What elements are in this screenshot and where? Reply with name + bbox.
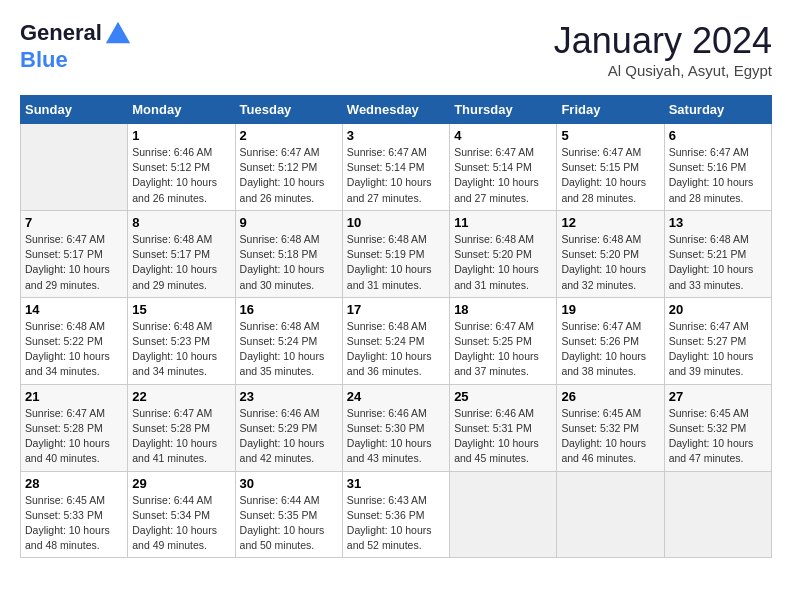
day-info: Sunrise: 6:48 AMSunset: 5:24 PMDaylight:… [347, 319, 445, 380]
day-number: 27 [669, 389, 767, 404]
weekday-header: Saturday [664, 96, 771, 124]
calendar-cell [450, 471, 557, 558]
calendar-cell [21, 124, 128, 211]
calendar-cell: 28Sunrise: 6:45 AMSunset: 5:33 PMDayligh… [21, 471, 128, 558]
calendar-cell: 19Sunrise: 6:47 AMSunset: 5:26 PMDayligh… [557, 297, 664, 384]
day-number: 8 [132, 215, 230, 230]
weekday-header: Monday [128, 96, 235, 124]
calendar-cell: 21Sunrise: 6:47 AMSunset: 5:28 PMDayligh… [21, 384, 128, 471]
day-number: 5 [561, 128, 659, 143]
weekday-header: Tuesday [235, 96, 342, 124]
day-number: 30 [240, 476, 338, 491]
calendar-week-row: 21Sunrise: 6:47 AMSunset: 5:28 PMDayligh… [21, 384, 772, 471]
calendar-table: SundayMondayTuesdayWednesdayThursdayFrid… [20, 95, 772, 558]
calendar-cell: 5Sunrise: 6:47 AMSunset: 5:15 PMDaylight… [557, 124, 664, 211]
day-info: Sunrise: 6:47 AMSunset: 5:12 PMDaylight:… [240, 145, 338, 206]
weekday-header-row: SundayMondayTuesdayWednesdayThursdayFrid… [21, 96, 772, 124]
calendar-cell: 2Sunrise: 6:47 AMSunset: 5:12 PMDaylight… [235, 124, 342, 211]
day-info: Sunrise: 6:48 AMSunset: 5:22 PMDaylight:… [25, 319, 123, 380]
calendar-cell: 8Sunrise: 6:48 AMSunset: 5:17 PMDaylight… [128, 210, 235, 297]
calendar-cell: 6Sunrise: 6:47 AMSunset: 5:16 PMDaylight… [664, 124, 771, 211]
calendar-cell: 31Sunrise: 6:43 AMSunset: 5:36 PMDayligh… [342, 471, 449, 558]
day-info: Sunrise: 6:47 AMSunset: 5:14 PMDaylight:… [454, 145, 552, 206]
day-number: 2 [240, 128, 338, 143]
day-number: 6 [669, 128, 767, 143]
month-title: January 2024 [554, 20, 772, 62]
day-info: Sunrise: 6:43 AMSunset: 5:36 PMDaylight:… [347, 493, 445, 554]
day-info: Sunrise: 6:46 AMSunset: 5:29 PMDaylight:… [240, 406, 338, 467]
calendar-cell: 20Sunrise: 6:47 AMSunset: 5:27 PMDayligh… [664, 297, 771, 384]
calendar-cell: 13Sunrise: 6:48 AMSunset: 5:21 PMDayligh… [664, 210, 771, 297]
day-info: Sunrise: 6:48 AMSunset: 5:20 PMDaylight:… [454, 232, 552, 293]
title-section: January 2024 Al Qusiyah, Asyut, Egypt [554, 20, 772, 79]
day-number: 19 [561, 302, 659, 317]
calendar-cell: 7Sunrise: 6:47 AMSunset: 5:17 PMDaylight… [21, 210, 128, 297]
day-number: 1 [132, 128, 230, 143]
calendar-cell: 29Sunrise: 6:44 AMSunset: 5:34 PMDayligh… [128, 471, 235, 558]
logo: General Blue [20, 20, 132, 72]
day-info: Sunrise: 6:47 AMSunset: 5:26 PMDaylight:… [561, 319, 659, 380]
calendar-cell: 18Sunrise: 6:47 AMSunset: 5:25 PMDayligh… [450, 297, 557, 384]
day-number: 23 [240, 389, 338, 404]
day-info: Sunrise: 6:48 AMSunset: 5:17 PMDaylight:… [132, 232, 230, 293]
page-header: General Blue January 2024 Al Qusiyah, As… [20, 20, 772, 79]
calendar-cell: 11Sunrise: 6:48 AMSunset: 5:20 PMDayligh… [450, 210, 557, 297]
day-info: Sunrise: 6:48 AMSunset: 5:24 PMDaylight:… [240, 319, 338, 380]
day-info: Sunrise: 6:45 AMSunset: 5:33 PMDaylight:… [25, 493, 123, 554]
calendar-cell: 22Sunrise: 6:47 AMSunset: 5:28 PMDayligh… [128, 384, 235, 471]
weekday-header: Thursday [450, 96, 557, 124]
day-info: Sunrise: 6:47 AMSunset: 5:25 PMDaylight:… [454, 319, 552, 380]
calendar-cell: 24Sunrise: 6:46 AMSunset: 5:30 PMDayligh… [342, 384, 449, 471]
day-info: Sunrise: 6:47 AMSunset: 5:14 PMDaylight:… [347, 145, 445, 206]
day-number: 21 [25, 389, 123, 404]
calendar-cell: 23Sunrise: 6:46 AMSunset: 5:29 PMDayligh… [235, 384, 342, 471]
calendar-cell [557, 471, 664, 558]
day-info: Sunrise: 6:45 AMSunset: 5:32 PMDaylight:… [669, 406, 767, 467]
day-info: Sunrise: 6:47 AMSunset: 5:27 PMDaylight:… [669, 319, 767, 380]
calendar-cell: 4Sunrise: 6:47 AMSunset: 5:14 PMDaylight… [450, 124, 557, 211]
calendar-cell: 9Sunrise: 6:48 AMSunset: 5:18 PMDaylight… [235, 210, 342, 297]
day-number: 13 [669, 215, 767, 230]
calendar-week-row: 14Sunrise: 6:48 AMSunset: 5:22 PMDayligh… [21, 297, 772, 384]
calendar-cell: 27Sunrise: 6:45 AMSunset: 5:32 PMDayligh… [664, 384, 771, 471]
day-number: 22 [132, 389, 230, 404]
day-number: 11 [454, 215, 552, 230]
calendar-cell: 1Sunrise: 6:46 AMSunset: 5:12 PMDaylight… [128, 124, 235, 211]
day-number: 20 [669, 302, 767, 317]
logo-icon [104, 20, 132, 48]
day-info: Sunrise: 6:44 AMSunset: 5:34 PMDaylight:… [132, 493, 230, 554]
day-number: 29 [132, 476, 230, 491]
day-info: Sunrise: 6:47 AMSunset: 5:17 PMDaylight:… [25, 232, 123, 293]
day-info: Sunrise: 6:48 AMSunset: 5:19 PMDaylight:… [347, 232, 445, 293]
weekday-header: Friday [557, 96, 664, 124]
day-number: 26 [561, 389, 659, 404]
day-info: Sunrise: 6:44 AMSunset: 5:35 PMDaylight:… [240, 493, 338, 554]
day-info: Sunrise: 6:46 AMSunset: 5:12 PMDaylight:… [132, 145, 230, 206]
logo-text: General Blue [20, 20, 132, 72]
day-number: 28 [25, 476, 123, 491]
calendar-week-row: 7Sunrise: 6:47 AMSunset: 5:17 PMDaylight… [21, 210, 772, 297]
day-info: Sunrise: 6:48 AMSunset: 5:18 PMDaylight:… [240, 232, 338, 293]
day-info: Sunrise: 6:47 AMSunset: 5:15 PMDaylight:… [561, 145, 659, 206]
day-number: 16 [240, 302, 338, 317]
day-number: 17 [347, 302, 445, 317]
calendar-cell: 16Sunrise: 6:48 AMSunset: 5:24 PMDayligh… [235, 297, 342, 384]
calendar-cell: 26Sunrise: 6:45 AMSunset: 5:32 PMDayligh… [557, 384, 664, 471]
day-number: 7 [25, 215, 123, 230]
day-info: Sunrise: 6:46 AMSunset: 5:30 PMDaylight:… [347, 406, 445, 467]
day-number: 12 [561, 215, 659, 230]
day-info: Sunrise: 6:46 AMSunset: 5:31 PMDaylight:… [454, 406, 552, 467]
location-subtitle: Al Qusiyah, Asyut, Egypt [554, 62, 772, 79]
day-info: Sunrise: 6:45 AMSunset: 5:32 PMDaylight:… [561, 406, 659, 467]
day-number: 3 [347, 128, 445, 143]
calendar-cell: 25Sunrise: 6:46 AMSunset: 5:31 PMDayligh… [450, 384, 557, 471]
day-number: 25 [454, 389, 552, 404]
calendar-week-row: 1Sunrise: 6:46 AMSunset: 5:12 PMDaylight… [21, 124, 772, 211]
day-number: 4 [454, 128, 552, 143]
day-number: 9 [240, 215, 338, 230]
day-number: 24 [347, 389, 445, 404]
calendar-cell: 15Sunrise: 6:48 AMSunset: 5:23 PMDayligh… [128, 297, 235, 384]
day-info: Sunrise: 6:47 AMSunset: 5:16 PMDaylight:… [669, 145, 767, 206]
calendar-cell [664, 471, 771, 558]
calendar-cell: 10Sunrise: 6:48 AMSunset: 5:19 PMDayligh… [342, 210, 449, 297]
